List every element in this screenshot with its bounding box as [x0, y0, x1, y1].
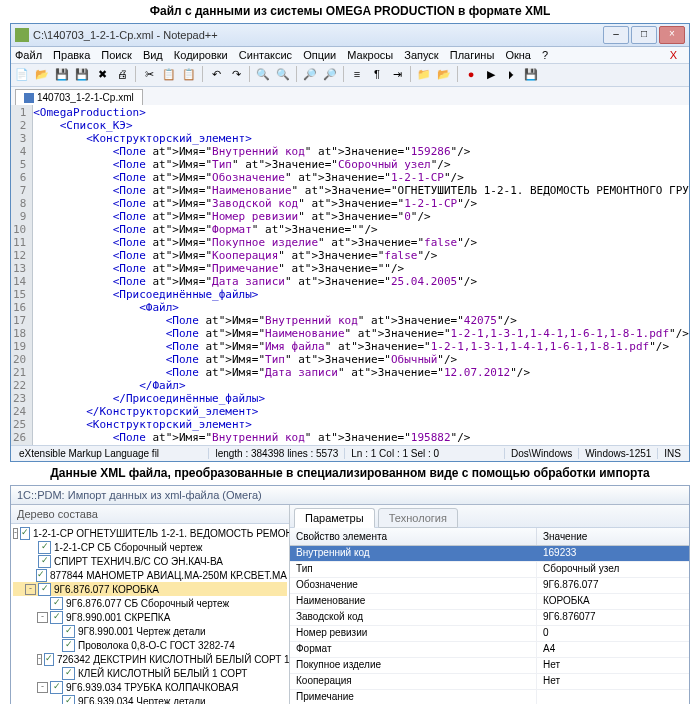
tree-panel: Дерево состава -✓1-2-1-СР ОГНЕТУШИТЕЛЬ 1… — [11, 505, 290, 704]
allchars-icon[interactable]: ¶ — [368, 66, 386, 84]
menu-encoding[interactable]: Кодировки — [174, 49, 228, 61]
grid-row[interactable]: КооперацияНет — [290, 674, 689, 690]
menu-help[interactable]: ? — [542, 49, 548, 61]
status-eol: Dos\Windows — [505, 448, 579, 459]
cut-icon[interactable]: ✂ — [140, 66, 158, 84]
status-enc: Windows-1251 — [579, 448, 658, 459]
paste-icon[interactable]: 📋 — [180, 66, 198, 84]
playmulti-icon[interactable]: ⏵ — [502, 66, 520, 84]
grid-row[interactable]: НаименованиеКОРОБКА — [290, 594, 689, 610]
statusbar: eXtensible Markup Language fil length : … — [11, 445, 689, 461]
menu-edit[interactable]: Правка — [53, 49, 90, 61]
tree-item[interactable]: ✓9Г6.939.034 Чертеж детали — [13, 694, 287, 704]
grid-row[interactable]: Внутренний код169233 — [290, 546, 689, 562]
file-tab-label: 140703_1-2-1-Ср.xml — [37, 92, 134, 103]
menu-options[interactable]: Опции — [303, 49, 336, 61]
tree-item[interactable]: ✓9Г6.876.077 СБ Сборочный чертеж — [13, 596, 287, 610]
tree[interactable]: -✓1-2-1-СР ОГНЕТУШИТЕЛЬ 1-2-1. ВЕДОМОСТЬ… — [11, 524, 289, 704]
tree-item[interactable]: ✓9Г8.990.001 Чертеж детали — [13, 624, 287, 638]
copy-icon[interactable]: 📋 — [160, 66, 178, 84]
open-icon[interactable]: 📂 — [33, 66, 51, 84]
menu-plugins[interactable]: Плагины — [450, 49, 495, 61]
wordwrap-icon[interactable]: ≡ — [348, 66, 366, 84]
pdm-window: 1С::PDM: Импорт данных из xml-файла (Оме… — [10, 485, 690, 704]
print-icon[interactable]: 🖨 — [113, 66, 131, 84]
menu-file[interactable]: Файл — [15, 49, 42, 61]
grid-element[interactable]: Свойство элементаЗначениеВнутренний код1… — [290, 528, 689, 704]
grid-row[interactable]: Покупное изделиеНет — [290, 658, 689, 674]
heading-1: Файл с данными из системы OMEGA PRODUCTI… — [0, 4, 700, 18]
tree-item[interactable]: -✓9Г6.876.077 КОРОБКА — [13, 582, 287, 596]
tree-item[interactable]: ✓1-2-1-СР СБ Сборочный чертеж — [13, 540, 287, 554]
app-icon — [15, 28, 29, 42]
menu-windows[interactable]: Окна — [505, 49, 531, 61]
pdm-title: 1С::PDM: Импорт данных из xml-файла (Оме… — [11, 486, 689, 505]
unfold-icon[interactable]: 📂 — [435, 66, 453, 84]
grid-row[interactable]: Заводской код9Г6.876077 — [290, 610, 689, 626]
play-icon[interactable]: ▶ — [482, 66, 500, 84]
tab-params[interactable]: Параметры — [294, 508, 375, 528]
close-file-icon[interactable]: ✖ — [93, 66, 111, 84]
find-icon[interactable]: 🔍 — [254, 66, 272, 84]
status-pos: Ln : 1 Col : 1 Sel : 0 — [345, 448, 505, 459]
menubar-x-icon[interactable]: X — [670, 49, 677, 61]
close-button[interactable]: × — [659, 26, 685, 44]
menu-run[interactable]: Запуск — [404, 49, 438, 61]
tree-item[interactable]: -✓9Г6.939.034 ТРУБКА КОЛПАЧКОВАЯ — [13, 680, 287, 694]
tree-item[interactable]: ✓СПИРТ ТЕХНИЧ.В/С СО ЭН.КАЧ-ВА — [13, 554, 287, 568]
notepadpp-window: C:\140703_1-2-1-Ср.xml - Notepad++ – □ ×… — [10, 23, 690, 462]
tree-item[interactable]: ✓Проволока 0,8-О-С ГОСТ 3282-74 — [13, 638, 287, 652]
saveall-icon[interactable]: 💾 — [73, 66, 91, 84]
record-icon[interactable]: ● — [462, 66, 480, 84]
tree-header: Дерево состава — [11, 505, 289, 524]
minimize-button[interactable]: – — [603, 26, 629, 44]
indent-icon[interactable]: ⇥ — [388, 66, 406, 84]
grid-row[interactable]: Обозначение9Г6.876.077 — [290, 578, 689, 594]
grid-row[interactable]: ФорматА4 — [290, 642, 689, 658]
new-icon[interactable]: 📄 — [13, 66, 31, 84]
grid-row[interactable]: ТипСборочный узел — [290, 562, 689, 578]
tree-item[interactable]: ✓877844 МАНОМЕТР АВИАЦ.МА-250М КР.СВЕТ.М… — [13, 568, 287, 582]
tree-item[interactable]: -✓726342 ДЕКСТРИН КИСЛОТНЫЙ БЕЛЫЙ СОРТ 1… — [13, 652, 287, 666]
grid-row[interactable]: Номер ревизии0 — [290, 626, 689, 642]
maximize-button[interactable]: □ — [631, 26, 657, 44]
zoomin-icon[interactable]: 🔎 — [301, 66, 319, 84]
heading-2: Данные XML файла, преобразованные в спец… — [0, 466, 700, 480]
status-ins: INS — [658, 448, 687, 459]
menu-syntax[interactable]: Синтаксис — [239, 49, 292, 61]
status-lang: eXtensible Markup Language fil — [13, 448, 209, 459]
fold-icon[interactable]: 📁 — [415, 66, 433, 84]
save-icon[interactable]: 💾 — [53, 66, 71, 84]
replace-icon[interactable]: 🔍 — [274, 66, 292, 84]
toolbar: 📄 📂 💾 💾 ✖ 🖨 ✂ 📋 📋 ↶ ↷ 🔍 🔍 🔎 🔎 ≡ ¶ ⇥ 📁 📂 … — [11, 64, 689, 87]
undo-icon[interactable]: ↶ — [207, 66, 225, 84]
zoomout-icon[interactable]: 🔎 — [321, 66, 339, 84]
menu-macros[interactable]: Макросы — [347, 49, 393, 61]
redo-icon[interactable]: ↷ — [227, 66, 245, 84]
menubar: Файл Правка Поиск Вид Кодировки Синтакси… — [11, 47, 689, 64]
editor[interactable]: 1234567891011121314151617181920212223242… — [11, 105, 689, 445]
menu-search[interactable]: Поиск — [101, 49, 131, 61]
window-title: C:\140703_1-2-1-Ср.xml - Notepad++ — [33, 29, 603, 41]
grid-row[interactable]: Примечание — [290, 690, 689, 704]
savemacro-icon[interactable]: 💾 — [522, 66, 540, 84]
tree-item[interactable]: -✓9Г8.990.001 СКРЕПКА — [13, 610, 287, 624]
titlebar[interactable]: C:\140703_1-2-1-Ср.xml - Notepad++ – □ × — [11, 24, 689, 47]
file-tab[interactable]: 140703_1-2-1-Ср.xml — [15, 89, 143, 105]
file-tab-icon — [24, 93, 34, 103]
tab-tech[interactable]: Технология — [378, 508, 458, 528]
tree-item[interactable]: ✓КЛЕЙ КИСЛОТНЫЙ БЕЛЫЙ 1 СОРТ — [13, 666, 287, 680]
status-length: length : 384398 lines : 5573 — [209, 448, 345, 459]
right-panel: Параметры Технология Свойство элементаЗн… — [290, 505, 689, 704]
tree-item[interactable]: -✓1-2-1-СР ОГНЕТУШИТЕЛЬ 1-2-1. ВЕДОМОСТЬ… — [13, 526, 287, 540]
menu-view[interactable]: Вид — [143, 49, 163, 61]
